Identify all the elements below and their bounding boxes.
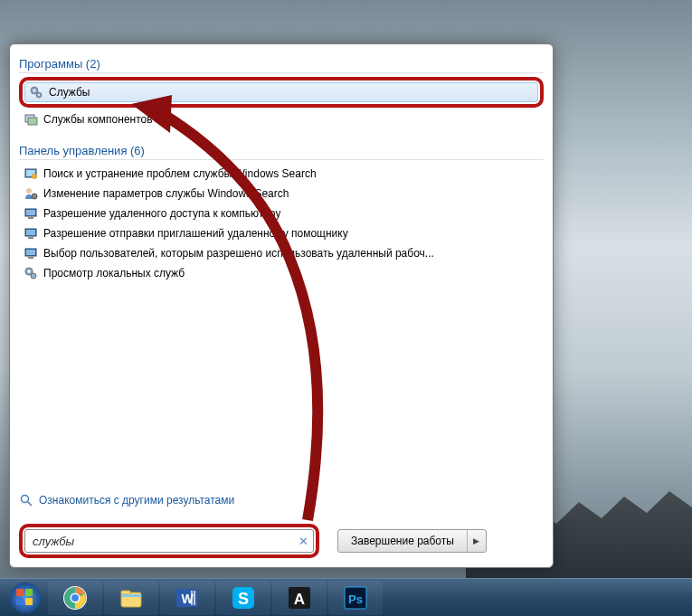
annotation-highlight-search: ✕	[19, 524, 319, 558]
word-icon: W	[175, 585, 200, 611]
svg-rect-19	[28, 257, 33, 259]
explorer-icon	[118, 585, 144, 611]
annotation-highlight-programs: Службы	[19, 77, 544, 108]
search-icon	[19, 493, 33, 507]
svg-rect-29	[16, 598, 24, 605]
taskbar: W S A Ps	[0, 578, 692, 616]
svg-rect-41	[194, 591, 195, 605]
svg-rect-5	[28, 118, 37, 125]
result-label: Службы компонентов	[43, 113, 153, 126]
search-results-area: Программы (2) Службы Службы компонентов …	[10, 44, 553, 484]
svg-point-22	[31, 273, 36, 279]
svg-point-26	[10, 583, 41, 613]
svg-rect-16	[28, 237, 33, 239]
skype-icon: S	[231, 585, 256, 611]
svg-point-1	[33, 90, 36, 92]
start-menu-bottom-bar: ✕ Завершение работы ▶	[10, 515, 553, 567]
taskbar-app-word[interactable]: W	[160, 581, 214, 615]
admin-tools-icon	[24, 266, 38, 280]
start-button[interactable]	[4, 581, 47, 615]
taskbar-app-autocad[interactable]: A	[272, 581, 327, 615]
svg-point-10	[32, 194, 37, 199]
clear-search-icon[interactable]: ✕	[297, 535, 309, 547]
shutdown-split-button: Завершение работы ▶	[337, 529, 487, 553]
taskbar-app-photoshop[interactable]: Ps	[328, 581, 383, 615]
svg-rect-36	[121, 591, 130, 594]
result-label: Выбор пользователей, которым разрешено и…	[43, 247, 434, 260]
svg-point-23	[22, 496, 29, 503]
svg-rect-37	[121, 594, 141, 597]
system-icon	[24, 226, 38, 241]
result-item-cp-5[interactable]: Просмотр локальных служб	[19, 263, 544, 283]
svg-rect-18	[26, 250, 35, 255]
shutdown-options-arrow[interactable]: ▶	[468, 530, 486, 552]
programs-section-header: Программы (2)	[19, 53, 544, 73]
svg-rect-12	[26, 210, 35, 215]
svg-text:Ps: Ps	[348, 592, 363, 606]
result-label: Поиск и устранение проблем службы Window…	[43, 167, 317, 180]
svg-rect-27	[16, 589, 24, 596]
result-item-cp-2[interactable]: Разрешение удаленного доступа к компьюте…	[19, 204, 544, 223]
taskbar-app-explorer[interactable]	[104, 581, 158, 615]
chrome-icon	[62, 585, 88, 611]
result-item-component-services[interactable]: Службы компонентов	[19, 109, 544, 129]
taskbar-app-chrome[interactable]	[48, 581, 102, 615]
system-icon	[24, 206, 38, 221]
svg-rect-13	[28, 217, 33, 219]
result-item-cp-1[interactable]: Изменение параметров службы Windows Sear…	[19, 184, 544, 204]
svg-rect-15	[26, 230, 35, 235]
result-label: Просмотр локальных служб	[43, 267, 185, 280]
svg-point-3	[38, 94, 40, 96]
gears-icon	[29, 85, 43, 100]
svg-line-24	[28, 502, 33, 507]
result-item-cp-3[interactable]: Разрешение отправки приглашений удаленно…	[19, 223, 544, 243]
start-menu-panel: Программы (2) Службы Службы компонентов …	[9, 43, 554, 568]
svg-text:S: S	[238, 590, 249, 608]
more-results-row: Ознакомиться с другими результатами	[10, 484, 553, 515]
result-label: Изменение параметров службы Windows Sear…	[43, 187, 289, 200]
result-label: Службы	[49, 86, 90, 99]
result-item-services[interactable]: Службы	[24, 82, 538, 102]
component-icon	[24, 112, 38, 127]
result-label: Разрешение отправки приглашений удаленно…	[43, 227, 348, 240]
search-input[interactable]	[33, 535, 297, 548]
result-label: Разрешение удаленного доступа к компьюте…	[43, 207, 280, 220]
troubleshoot-icon	[24, 166, 38, 181]
svg-text:A: A	[294, 591, 305, 608]
autocad-icon: A	[287, 585, 312, 611]
svg-point-8	[32, 174, 37, 179]
more-results-link[interactable]: Ознакомиться с другими результатами	[39, 494, 234, 507]
result-item-cp-4[interactable]: Выбор пользователей, которым разрешено и…	[19, 243, 544, 263]
result-item-cp-0[interactable]: Поиск и устранение проблем службы Window…	[19, 164, 544, 184]
shutdown-button[interactable]: Завершение работы	[338, 530, 468, 552]
user-settings-icon	[24, 186, 38, 201]
svg-point-9	[26, 188, 32, 194]
svg-rect-30	[25, 598, 33, 605]
control-panel-section-header: Панель управления (6)	[19, 140, 544, 160]
system-icon	[24, 246, 38, 261]
search-box: ✕	[24, 529, 314, 553]
svg-point-34	[71, 594, 79, 602]
photoshop-icon: Ps	[343, 585, 368, 611]
svg-point-21	[28, 270, 31, 273]
svg-rect-40	[191, 591, 193, 605]
svg-rect-28	[25, 589, 33, 596]
taskbar-app-skype[interactable]: S	[216, 581, 270, 615]
